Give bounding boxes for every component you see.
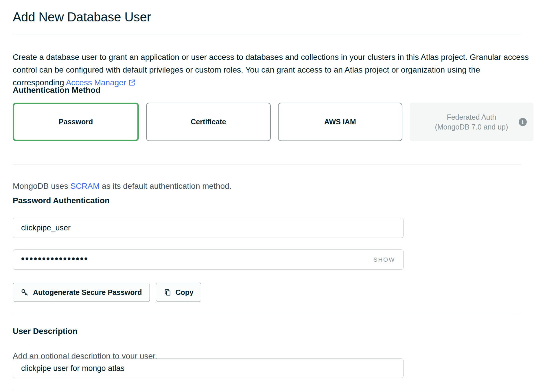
auth-option-certificate-label: Certificate xyxy=(191,118,226,126)
show-password-toggle[interactable]: SHOW xyxy=(373,256,395,263)
scram-note: MongoDB uses SCRAM as its default authen… xyxy=(13,182,231,191)
key-icon xyxy=(21,288,29,297)
auth-method-options: Password Certificate AWS IAM Federated A… xyxy=(13,103,533,141)
external-link-icon xyxy=(128,79,136,86)
auth-option-password-label: Password xyxy=(59,118,93,126)
auth-option-aws-iam[interactable]: AWS IAM xyxy=(278,103,402,141)
auth-option-aws-iam-label: AWS IAM xyxy=(324,118,356,126)
scram-note-before: MongoDB uses xyxy=(13,182,70,191)
password-masked-value: •••••••••••••••• xyxy=(21,249,89,269)
divider xyxy=(13,390,521,390)
password-actions: Autogenerate Secure Password Copy xyxy=(13,283,201,302)
password-authentication-heading: Password Authentication xyxy=(13,196,110,205)
user-description-value: clickpipe user for mongo atlas xyxy=(21,364,124,373)
divider xyxy=(13,164,521,164)
copy-password-label: Copy xyxy=(176,288,194,297)
username-input[interactable]: clickpipe_user xyxy=(13,218,404,238)
password-input[interactable]: •••••••••••••••• SHOW xyxy=(13,249,404,270)
auth-option-password[interactable]: Password xyxy=(13,103,139,141)
info-icon[interactable]: i xyxy=(519,118,527,126)
scram-note-after: as its default authentication method. xyxy=(100,182,231,191)
autogenerate-password-label: Autogenerate Secure Password xyxy=(33,288,142,297)
page-title: Add New Database User xyxy=(13,10,151,24)
divider xyxy=(13,34,521,34)
divider xyxy=(13,314,521,314)
authentication-method-heading: Authentication Method xyxy=(13,86,100,95)
auth-option-federated-auth: Federated Auth (MongoDB 7.0 and up) i xyxy=(410,103,533,141)
auth-option-certificate[interactable]: Certificate xyxy=(146,103,270,141)
copy-password-button[interactable]: Copy xyxy=(156,283,202,302)
username-value: clickpipe_user xyxy=(21,223,71,232)
user-description-heading: User Description xyxy=(13,327,78,336)
federated-auth-line1: Federated Auth xyxy=(435,112,508,122)
autogenerate-password-button[interactable]: Autogenerate Secure Password xyxy=(13,283,150,302)
scram-link[interactable]: SCRAM xyxy=(70,182,100,191)
user-description-input[interactable]: clickpipe user for mongo atlas xyxy=(13,358,404,378)
auth-option-federated-auth-label: Federated Auth (MongoDB 7.0 and up) xyxy=(435,112,508,132)
intro-paragraph: Create a database user to grant an appli… xyxy=(13,51,529,89)
copy-icon xyxy=(164,289,172,296)
federated-auth-line2: (MongoDB 7.0 and up) xyxy=(435,122,508,132)
